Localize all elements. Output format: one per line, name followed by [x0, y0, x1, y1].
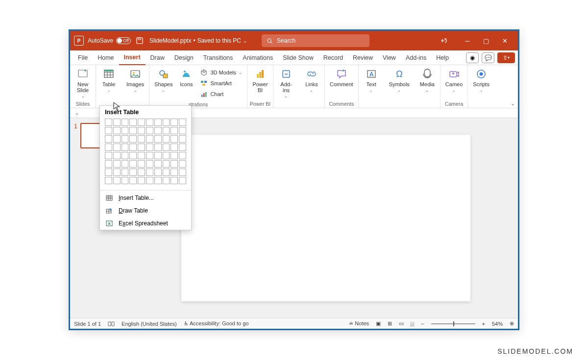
grid-cell[interactable] [163, 127, 170, 134]
grid-cell[interactable] [113, 127, 121, 134]
grid-cell[interactable] [171, 160, 178, 168]
insert-table-menu-item[interactable]: Insert Table... [100, 192, 191, 204]
tab-draw[interactable]: Draw [146, 50, 170, 65]
grid-cell[interactable] [138, 144, 145, 151]
grid-cell[interactable] [163, 160, 170, 168]
grid-cell[interactable] [179, 177, 186, 184]
grid-cell[interactable] [163, 119, 170, 126]
grid-cell[interactable] [138, 169, 145, 176]
grid-cell[interactable] [146, 135, 153, 143]
collapse-ribbon-icon[interactable]: ⌄ [511, 100, 515, 107]
grid-cell[interactable] [171, 119, 178, 126]
grid-cell[interactable] [129, 144, 137, 151]
grid-cell[interactable] [179, 152, 186, 159]
grid-cell[interactable] [122, 119, 129, 126]
grid-cell[interactable] [154, 144, 162, 151]
grid-cell[interactable] [138, 135, 145, 143]
links-button[interactable]: Links ⌄ [301, 66, 322, 94]
scripts-button[interactable]: Scripts ⌄ [470, 66, 492, 94]
grid-cell[interactable] [105, 119, 112, 126]
grid-cell[interactable] [122, 127, 129, 134]
grid-cell[interactable] [122, 177, 129, 184]
grid-cell[interactable] [105, 177, 112, 184]
close-button[interactable]: ✕ [495, 37, 514, 45]
grid-cell[interactable] [138, 152, 145, 159]
grid-cell[interactable] [163, 177, 170, 184]
chevron-down-icon[interactable]: ⌄ [75, 110, 79, 116]
grid-cell[interactable] [146, 152, 153, 159]
tab-record[interactable]: Record [318, 50, 348, 65]
grid-cell[interactable] [154, 127, 162, 134]
slide-canvas[interactable] [181, 135, 470, 301]
grid-cell[interactable] [122, 169, 129, 176]
table-button[interactable]: Table ⌄ [98, 66, 120, 94]
new-slide-button[interactable]: New Slide ⌄ [72, 66, 94, 100]
toggle-icon[interactable]: Off [116, 37, 131, 44]
grid-cell[interactable] [163, 152, 170, 159]
grid-cell[interactable] [105, 169, 112, 176]
tab-animations[interactable]: Animations [238, 50, 278, 65]
grid-cell[interactable] [146, 169, 153, 176]
grid-cell[interactable] [122, 152, 129, 159]
grid-cell[interactable] [113, 152, 121, 159]
grid-cell[interactable] [171, 144, 178, 151]
grid-cell[interactable] [113, 119, 121, 126]
grid-cell[interactable] [113, 135, 121, 143]
excel-spreadsheet-menu-item[interactable]: X Excel Spreadsheet [100, 217, 191, 230]
smartart-button[interactable]: SmartArt [200, 78, 242, 88]
grid-cell[interactable] [171, 152, 178, 159]
grid-cell[interactable] [105, 135, 112, 143]
grid-cell[interactable] [129, 119, 137, 126]
grid-cell[interactable] [122, 135, 129, 143]
draw-table-menu-item[interactable]: Draw Table [100, 204, 191, 217]
grid-cell[interactable] [138, 127, 145, 134]
grid-cell[interactable] [179, 119, 186, 126]
grid-cell[interactable] [129, 135, 137, 143]
tab-insert[interactable]: Insert [119, 50, 146, 65]
book-icon[interactable] [108, 321, 115, 327]
tab-transitions[interactable]: Transitions [198, 50, 238, 65]
zoom-out-button[interactable]: − [421, 321, 424, 327]
grid-cell[interactable] [105, 127, 112, 134]
grid-cell[interactable] [105, 144, 112, 151]
grid-cell[interactable] [129, 160, 137, 168]
tab-view[interactable]: View [378, 50, 401, 65]
grid-cell[interactable] [179, 169, 186, 176]
grid-cell[interactable] [138, 177, 145, 184]
grid-cell[interactable] [179, 144, 186, 151]
grid-cell[interactable] [179, 160, 186, 168]
comments-pane-icon[interactable]: 💬 [482, 52, 494, 63]
file-name[interactable]: SlideModel.pptx [149, 37, 191, 44]
grid-cell[interactable] [154, 135, 162, 143]
table-size-grid[interactable] [100, 119, 191, 189]
grid-cell[interactable] [171, 177, 178, 184]
slide-counter[interactable]: Slide 1 of 1 [74, 321, 101, 327]
grid-cell[interactable] [113, 169, 121, 176]
grid-cell[interactable] [163, 169, 170, 176]
grid-cell[interactable] [171, 135, 178, 143]
save-icon[interactable] [136, 37, 144, 45]
symbols-button[interactable]: Ω Symbols ⌄ [386, 66, 413, 94]
text-button[interactable]: A Text ⌄ [361, 66, 382, 94]
grid-cell[interactable] [138, 160, 145, 168]
zoom-slider[interactable] [431, 323, 475, 324]
grid-cell[interactable] [179, 127, 186, 134]
grid-cell[interactable] [113, 160, 121, 168]
grid-cell[interactable] [146, 177, 153, 184]
tab-addins[interactable]: Add-ins [401, 50, 431, 65]
grid-cell[interactable] [154, 152, 162, 159]
maximize-button[interactable]: ▢ [477, 37, 495, 45]
grid-cell[interactable] [113, 144, 121, 151]
record-indicator-icon[interactable]: ◉ [466, 52, 479, 63]
grid-cell[interactable] [171, 169, 178, 176]
powerbi-button[interactable]: Power BI [249, 66, 271, 95]
chart-button[interactable]: Chart [200, 89, 242, 99]
grid-cell[interactable] [129, 127, 137, 134]
grid-cell[interactable] [154, 169, 162, 176]
tab-home[interactable]: Home [93, 50, 119, 65]
grid-cell[interactable] [129, 169, 137, 176]
grid-cell[interactable] [154, 177, 162, 184]
grid-cell[interactable] [129, 177, 137, 184]
grid-cell[interactable] [154, 119, 162, 126]
images-button[interactable]: Images ⌄ [123, 66, 147, 94]
